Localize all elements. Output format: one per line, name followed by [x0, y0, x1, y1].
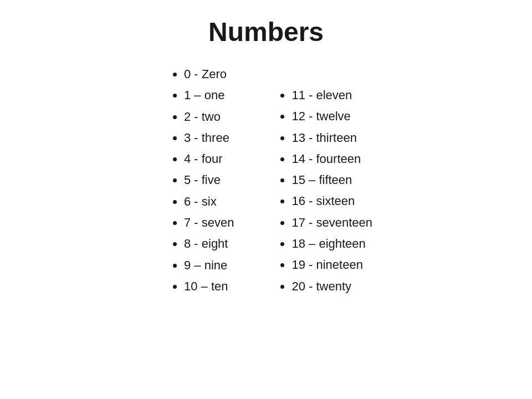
list-item: 12 - twelve: [291, 106, 372, 127]
right-list: 11 - eleven12 - twelve13 - thirteen14 - …: [278, 85, 372, 297]
list-item: 10 – ten: [184, 276, 234, 297]
list-item: 13 - thirteen: [291, 127, 372, 149]
list-item: 16 - sixteen: [291, 191, 372, 212]
list-item: 20 - twenty: [291, 276, 372, 297]
list-item: 8 - eight: [184, 233, 234, 254]
right-column: 11 - eleven12 - twelve13 - thirteen14 - …: [278, 64, 372, 297]
page-title: Numbers: [208, 17, 324, 47]
list-item: 9 – nine: [184, 255, 234, 276]
list-item: 0 - Zero: [184, 64, 234, 85]
list-item: 3 - three: [184, 127, 234, 149]
list-item: 6 - six: [184, 191, 234, 212]
list-item: 17 - seventeen: [291, 212, 372, 233]
list-item: 19 - nineteen: [291, 254, 372, 275]
list-item: 15 – fifteen: [291, 170, 372, 191]
list-item: 5 - five: [184, 170, 234, 191]
list-item: 18 – eighteen: [291, 233, 372, 254]
left-list: 0 - Zero1 – one2 - two3 - three4 - four5…: [171, 64, 234, 297]
left-column: 0 - Zero1 – one2 - two3 - three4 - four5…: [171, 64, 234, 297]
list-item: 14 - fourteen: [291, 149, 372, 170]
list-item: 11 - eleven: [291, 85, 372, 106]
list-item: 4 - four: [184, 149, 234, 170]
list-item: 1 – one: [184, 85, 234, 106]
page: Numbers 0 - Zero1 – one2 - two3 - three4…: [0, 0, 532, 399]
list-item: 2 - two: [184, 106, 234, 127]
list-item: 7 - seven: [184, 212, 234, 233]
columns-container: 0 - Zero1 – one2 - two3 - three4 - four5…: [22, 64, 510, 297]
